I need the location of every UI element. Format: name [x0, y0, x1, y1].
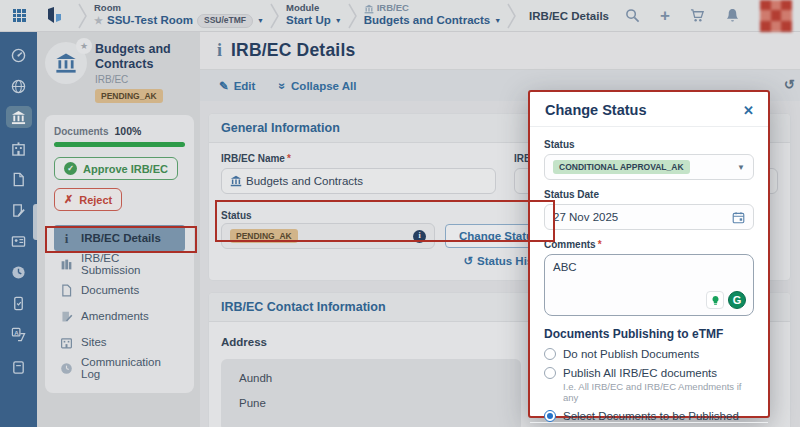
close-icon[interactable]: ✕: [743, 103, 754, 118]
entity-value[interactable]: Budgets and Contracts: [364, 14, 491, 27]
nav-item-irb-ec-details[interactable]: i IRB/EC Details: [54, 225, 185, 251]
reject-button[interactable]: ✗ Reject: [54, 188, 122, 211]
translate-icon[interactable]: A: [6, 323, 32, 345]
cart-icon[interactable]: [690, 8, 705, 23]
radio-publish-all[interactable]: Publish All IRB/EC documents: [544, 367, 754, 379]
document-icon: [60, 284, 73, 297]
comm-log-clock-icon: [60, 362, 73, 375]
address-line: Aundh: [239, 372, 503, 384]
required-asterisk: *: [598, 239, 602, 250]
id-card-icon[interactable]: [6, 230, 32, 252]
history-icon[interactable]: ↺: [784, 77, 795, 92]
search-icon[interactable]: [625, 8, 640, 23]
address-value-box: Aundh Pune: [221, 359, 521, 427]
breadcrumb-separator: [507, 1, 517, 31]
suggestion-bulb-icon[interactable]: [706, 291, 724, 309]
favorite-star-icon[interactable]: ★: [76, 38, 92, 54]
breadcrumb-page: IRB/EC Details: [529, 10, 609, 22]
address-label: Address: [221, 336, 267, 348]
bank-icon: [55, 52, 77, 74]
nav-item-communication-log[interactable]: Communication Log: [54, 355, 185, 381]
irb-ec-name-field[interactable]: Budgets and Contracts: [221, 168, 496, 194]
left-panel: ★ Budgets and Contracts IRB/EC PENDING_A…: [37, 32, 200, 427]
radio-helper-text: I.e. All IRB/EC and IRB/EC Amendments if…: [563, 381, 754, 403]
irb-ec-rail-icon[interactable]: [6, 106, 32, 128]
radio-select-documents[interactable]: Select Documents to be Published: [544, 410, 754, 422]
documents-rail-icon[interactable]: [6, 168, 32, 190]
breadcrumb-room[interactable]: Room ★ SSU-Test Room SSU/eTMF ▼: [94, 3, 264, 28]
nav-item-sites[interactable]: Sites: [54, 329, 185, 355]
app-logo: [44, 6, 64, 26]
svg-text:A: A: [14, 328, 19, 335]
amendments-rail-icon[interactable]: [6, 199, 32, 221]
edit-button[interactable]: ✎ Edit: [219, 79, 255, 93]
radio-button[interactable]: [544, 410, 556, 422]
entity-avatar: ★: [45, 42, 87, 84]
entity-subtitle: IRB/EC: [95, 74, 194, 85]
check-icon: ✓: [64, 162, 77, 175]
status-history-link[interactable]: ↺ Status History: [221, 254, 555, 268]
calendar-icon[interactable]: [732, 211, 745, 224]
breadcrumb-module[interactable]: Module Start Up ▼: [286, 3, 342, 27]
status-badge: PENDING_AK: [95, 89, 163, 103]
double-chevron-down-icon: »: [276, 82, 290, 89]
room-label: Room: [94, 3, 264, 14]
chevron-down-icon: ▼: [737, 163, 745, 172]
breadcrumb-separator: [348, 1, 358, 31]
sites-icon: [60, 336, 73, 349]
nav-item-amendments[interactable]: Amendments: [54, 303, 185, 329]
entity-nav: i IRB/EC Details IRB/EC Submission Docum…: [54, 225, 185, 381]
collapse-all-button[interactable]: » Collapse All: [279, 79, 356, 93]
approve-irb-ec-button[interactable]: ✓ Approve IRB/EC: [54, 157, 178, 180]
irb-ec-name-label: IRB/EC Name: [221, 153, 285, 164]
amendments-icon: [60, 310, 73, 323]
status-value-badge: PENDING_AK: [230, 229, 298, 243]
site-building-icon[interactable]: [6, 137, 32, 159]
change-status-modal: Change Status ✕ Status CONDITIONAL APPRO…: [528, 90, 770, 418]
chevron-down-icon[interactable]: ▼: [257, 17, 264, 25]
chevron-down-icon[interactable]: ▼: [494, 17, 501, 25]
address-line: Pune: [239, 397, 503, 409]
bell-icon[interactable]: [725, 8, 740, 23]
modal-status-label: Status: [544, 139, 754, 150]
clock-rail-icon[interactable]: [6, 261, 32, 283]
grammarly-icon[interactable]: G: [728, 291, 746, 309]
star-icon[interactable]: ★: [94, 15, 103, 27]
required-asterisk: *: [287, 153, 291, 164]
radio-do-not-publish[interactable]: Do not Publish Documents: [544, 348, 754, 360]
status-date-field[interactable]: 27 Nov 2025: [544, 204, 754, 230]
room-value[interactable]: SSU-Test Room: [107, 14, 193, 27]
breadcrumb-separator: [78, 1, 88, 31]
module-label: Module: [286, 3, 342, 14]
info-icon: i: [217, 40, 222, 61]
status-select[interactable]: CONDITIONAL APPROVAL_AK ▼: [544, 154, 754, 180]
chevron-down-icon[interactable]: ▼: [335, 17, 342, 25]
globe-icon[interactable]: [6, 75, 32, 97]
info-icon[interactable]: i: [413, 230, 426, 243]
module-value[interactable]: Start Up: [286, 14, 331, 27]
history-icon: ↺: [463, 254, 473, 268]
submission-icon: [60, 258, 73, 271]
status-field[interactable]: PENDING_AK i: [221, 223, 435, 249]
icon-rail: A: [0, 32, 37, 427]
app-launcher-icon[interactable]: [0, 0, 38, 32]
info-icon: i: [60, 232, 73, 245]
pencil-icon: ✎: [219, 79, 229, 93]
comments-label: Comments: [544, 239, 596, 250]
comments-textarea[interactable]: ABC G: [544, 254, 754, 316]
documents-progress-value: 100%: [114, 125, 141, 137]
dashboard-icon[interactable]: [6, 44, 32, 66]
breadcrumb-entity[interactable]: IRB/EC Budgets and Contracts ▼: [364, 3, 501, 27]
breadcrumb-separator: [270, 1, 280, 31]
selected-status-badge: CONDITIONAL APPROVAL_AK: [553, 160, 690, 174]
device-icon[interactable]: [6, 292, 32, 314]
nav-item-documents[interactable]: Documents: [54, 277, 185, 303]
documents-progress-label: Documents: [54, 126, 108, 137]
radio-button[interactable]: [544, 348, 556, 360]
modal-title: Change Status: [545, 102, 647, 118]
add-icon[interactable]: +: [660, 8, 670, 23]
nav-item-irb-ec-submission[interactable]: IRB/EC Submission: [54, 251, 185, 277]
radio-button[interactable]: [544, 367, 556, 379]
archive-icon[interactable]: [6, 356, 32, 378]
user-avatar[interactable]: [760, 0, 792, 32]
